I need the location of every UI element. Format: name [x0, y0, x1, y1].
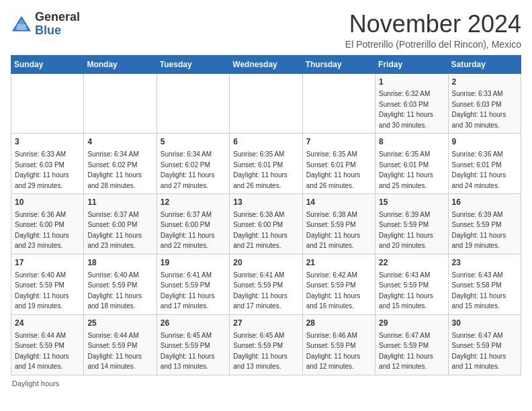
day-info: Sunrise: 6:33 AMSunset: 6:03 PMDaylight:…: [15, 150, 69, 189]
calendar-cell: 15Sunrise: 6:39 AMSunset: 5:59 PMDayligh…: [375, 194, 448, 255]
day-info: Sunrise: 6:46 AMSunset: 5:59 PMDaylight:…: [306, 332, 361, 371]
logo-general: General: [35, 11, 80, 24]
day-info: Sunrise: 6:35 AMSunset: 6:01 PMDaylight:…: [379, 150, 433, 189]
week-row-2: 10Sunrise: 6:36 AMSunset: 6:00 PMDayligh…: [11, 194, 521, 255]
day-info: Sunrise: 6:43 AMSunset: 5:59 PMDaylight:…: [379, 271, 433, 310]
day-info: Sunrise: 6:45 AMSunset: 5:59 PMDaylight:…: [161, 332, 215, 371]
day-number: 18: [87, 257, 152, 269]
day-header-sunday: Sunday: [11, 55, 84, 73]
day-info: Sunrise: 6:39 AMSunset: 5:59 PMDaylight:…: [379, 211, 433, 250]
day-info: Sunrise: 6:37 AMSunset: 6:00 PMDaylight:…: [87, 211, 142, 250]
day-number: 10: [15, 197, 80, 208]
svg-rect-2: [17, 24, 26, 30]
week-row-3: 17Sunrise: 6:40 AMSunset: 5:59 PMDayligh…: [11, 254, 521, 314]
calendar-table: SundayMondayTuesdayWednesdayThursdayFrid…: [11, 55, 521, 375]
day-number: 20: [233, 257, 298, 269]
day-header-tuesday: Tuesday: [157, 55, 229, 73]
calendar-cell: 21Sunrise: 6:42 AMSunset: 5:59 PMDayligh…: [302, 254, 375, 314]
day-info: Sunrise: 6:33 AMSunset: 6:03 PMDaylight:…: [452, 90, 506, 129]
day-header-saturday: Saturday: [448, 55, 521, 73]
calendar-cell: [84, 73, 157, 134]
calendar-cell: 24Sunrise: 6:44 AMSunset: 5:59 PMDayligh…: [11, 314, 84, 375]
day-info: Sunrise: 6:42 AMSunset: 5:59 PMDaylight:…: [306, 271, 361, 310]
day-info: Sunrise: 6:35 AMSunset: 6:01 PMDaylight:…: [306, 150, 361, 189]
day-info: Sunrise: 6:38 AMSunset: 5:59 PMDaylight:…: [306, 211, 361, 250]
day-info: Sunrise: 6:40 AMSunset: 5:59 PMDaylight:…: [15, 271, 69, 310]
day-number: 8: [379, 136, 444, 148]
day-info: Sunrise: 6:44 AMSunset: 5:59 PMDaylight:…: [87, 332, 142, 371]
week-row-0: 1Sunrise: 6:32 AMSunset: 6:03 PMDaylight…: [11, 73, 521, 134]
day-number: 21: [306, 257, 371, 269]
day-number: 25: [87, 318, 152, 329]
calendar-cell: 16Sunrise: 6:39 AMSunset: 5:59 PMDayligh…: [448, 194, 521, 255]
calendar-cell: 13Sunrise: 6:38 AMSunset: 6:00 PMDayligh…: [230, 194, 302, 255]
calendar-cell: 14Sunrise: 6:38 AMSunset: 5:59 PMDayligh…: [302, 194, 375, 255]
calendar-cell: 30Sunrise: 6:47 AMSunset: 5:59 PMDayligh…: [448, 314, 521, 375]
day-number: 5: [161, 136, 226, 148]
day-info: Sunrise: 6:36 AMSunset: 6:00 PMDaylight:…: [15, 211, 69, 250]
day-number: 23: [452, 257, 517, 269]
day-info: Sunrise: 6:44 AMSunset: 5:59 PMDaylight:…: [15, 332, 69, 371]
calendar-cell: 29Sunrise: 6:47 AMSunset: 5:59 PMDayligh…: [375, 314, 448, 375]
calendar-cell: 6Sunrise: 6:35 AMSunset: 6:01 PMDaylight…: [230, 134, 302, 194]
calendar-cell: 9Sunrise: 6:36 AMSunset: 6:01 PMDaylight…: [448, 134, 521, 194]
day-info: Sunrise: 6:41 AMSunset: 5:59 PMDaylight:…: [233, 271, 287, 310]
calendar-cell: 11Sunrise: 6:37 AMSunset: 6:00 PMDayligh…: [84, 194, 157, 255]
calendar-cell: 7Sunrise: 6:35 AMSunset: 6:01 PMDaylight…: [302, 134, 375, 194]
day-number: 4: [87, 136, 152, 148]
calendar-cell: 10Sunrise: 6:36 AMSunset: 6:00 PMDayligh…: [11, 194, 84, 255]
week-row-4: 24Sunrise: 6:44 AMSunset: 5:59 PMDayligh…: [11, 314, 521, 375]
day-header-thursday: Thursday: [302, 55, 375, 73]
day-number: 26: [161, 318, 226, 329]
day-number: 7: [306, 136, 371, 148]
day-info: Sunrise: 6:45 AMSunset: 5:59 PMDaylight:…: [233, 332, 287, 371]
calendar-cell: 5Sunrise: 6:34 AMSunset: 6:02 PMDaylight…: [157, 134, 229, 194]
title-block: November 2024 El Potrerillo (Potrerillo …: [345, 11, 521, 50]
day-number: 24: [15, 318, 80, 329]
calendar-cell: 22Sunrise: 6:43 AMSunset: 5:59 PMDayligh…: [375, 254, 448, 314]
day-info: Sunrise: 6:39 AMSunset: 5:59 PMDaylight:…: [452, 211, 506, 250]
day-info: Sunrise: 6:43 AMSunset: 5:58 PMDaylight:…: [452, 271, 506, 310]
calendar-cell: [11, 73, 84, 134]
header: General Blue November 2024 El Potrerillo…: [11, 11, 521, 50]
day-info: Sunrise: 6:34 AMSunset: 6:02 PMDaylight:…: [161, 150, 215, 189]
day-number: 11: [87, 197, 152, 208]
footer-text: Daylight hours: [12, 379, 59, 387]
day-info: Sunrise: 6:41 AMSunset: 5:59 PMDaylight:…: [161, 271, 215, 310]
month-title: November 2024: [345, 11, 521, 38]
day-number: 28: [306, 318, 371, 329]
calendar-cell: 25Sunrise: 6:44 AMSunset: 5:59 PMDayligh…: [84, 314, 157, 375]
day-number: 13: [233, 197, 298, 208]
day-number: 16: [452, 197, 517, 208]
day-number: 1: [379, 77, 444, 88]
week-row-1: 3Sunrise: 6:33 AMSunset: 6:03 PMDaylight…: [11, 134, 521, 194]
day-header-wednesday: Wednesday: [230, 55, 302, 73]
footer: Daylight hours: [11, 379, 521, 387]
day-header-friday: Friday: [375, 55, 448, 73]
calendar-cell: 19Sunrise: 6:41 AMSunset: 5:59 PMDayligh…: [157, 254, 229, 314]
calendar-cell: 27Sunrise: 6:45 AMSunset: 5:59 PMDayligh…: [230, 314, 302, 375]
day-number: 14: [306, 197, 371, 208]
calendar-cell: 4Sunrise: 6:34 AMSunset: 6:02 PMDaylight…: [84, 134, 157, 194]
day-number: 22: [379, 257, 444, 269]
day-number: 6: [233, 136, 298, 148]
day-number: 12: [161, 197, 226, 208]
header-row: SundayMondayTuesdayWednesdayThursdayFrid…: [11, 55, 521, 73]
calendar-cell: 18Sunrise: 6:40 AMSunset: 5:59 PMDayligh…: [84, 254, 157, 314]
day-number: 30: [452, 318, 517, 329]
day-info: Sunrise: 6:47 AMSunset: 5:59 PMDaylight:…: [379, 332, 433, 371]
day-header-monday: Monday: [84, 55, 157, 73]
calendar-cell: 1Sunrise: 6:32 AMSunset: 6:03 PMDaylight…: [375, 73, 448, 134]
calendar-cell: 20Sunrise: 6:41 AMSunset: 5:59 PMDayligh…: [230, 254, 302, 314]
logo-blue: Blue: [35, 24, 80, 38]
calendar-cell: 3Sunrise: 6:33 AMSunset: 6:03 PMDaylight…: [11, 134, 84, 194]
logo: General Blue: [11, 11, 80, 38]
logo-icon: [11, 15, 32, 34]
day-number: 2: [452, 77, 517, 88]
day-info: Sunrise: 6:35 AMSunset: 6:01 PMDaylight:…: [233, 150, 287, 189]
calendar-cell: [302, 73, 375, 134]
day-info: Sunrise: 6:38 AMSunset: 6:00 PMDaylight:…: [233, 211, 287, 250]
day-info: Sunrise: 6:32 AMSunset: 6:03 PMDaylight:…: [379, 90, 433, 129]
day-number: 19: [161, 257, 226, 269]
location-title: El Potrerillo (Potrerillo del Rincon), M…: [345, 39, 521, 50]
